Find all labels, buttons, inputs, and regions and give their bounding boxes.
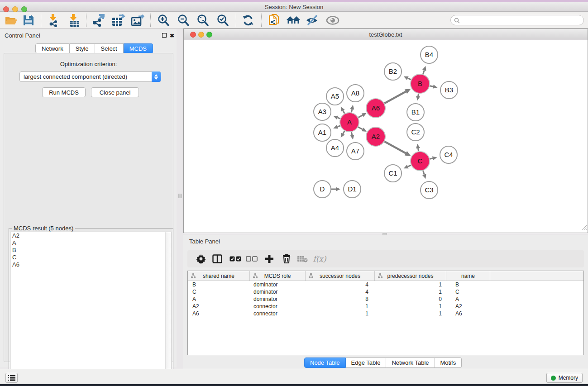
tab-network-table[interactable]: Network Table	[386, 357, 435, 368]
minimize-view-button[interactable]	[198, 32, 204, 38]
close-panel-button[interactable]: Close panel	[91, 87, 139, 97]
houses-icon[interactable]	[286, 13, 301, 28]
graph-node-B3[interactable]: B3	[440, 81, 458, 99]
table-row[interactable]: Cdominator41C	[188, 288, 583, 295]
graph-edge[interactable]	[384, 91, 406, 103]
graph-node-A5[interactable]: A5	[326, 88, 344, 105]
documents-network-icon[interactable]	[266, 13, 282, 28]
float-panel-icon[interactable]	[162, 33, 167, 39]
graph-edge[interactable]	[418, 94, 419, 96]
graph-edge[interactable]	[430, 158, 432, 159]
graph-node-A2[interactable]: A2	[366, 127, 385, 146]
deselect-all-icon[interactable]	[244, 252, 259, 266]
mcds-result-item[interactable]: A2	[10, 232, 172, 239]
column-header-name[interactable]: name	[446, 271, 490, 281]
tab-edge-table[interactable]: Edge Table	[346, 357, 387, 368]
graph-node-A[interactable]: A	[340, 113, 359, 132]
graph-edge[interactable]	[338, 118, 340, 119]
eye-icon[interactable]	[325, 13, 340, 28]
hide-eye-icon[interactable]	[305, 13, 320, 28]
scrollbar-track[interactable]	[165, 232, 172, 381]
close-panel-icon[interactable]: ✖	[170, 33, 174, 39]
graph-node-A8[interactable]: A8	[347, 85, 364, 102]
vertical-splitter-handle[interactable]	[178, 194, 182, 198]
graph-node-A1[interactable]: A1	[314, 124, 331, 141]
mcds-result-item[interactable]: A6	[10, 261, 172, 268]
graph-edge[interactable]	[408, 78, 411, 80]
network-canvas[interactable]: AA1A2A3A4A5A6A7A8BB1B2B3B4CC1C2C3C4DD1	[184, 40, 588, 233]
mcds-result-item[interactable]: B	[10, 247, 172, 254]
task-history-button[interactable]	[5, 373, 18, 383]
graph-edge[interactable]	[408, 165, 411, 167]
graph-edge[interactable]	[430, 86, 433, 87]
gear-icon[interactable]	[194, 252, 208, 266]
close-view-button[interactable]	[190, 32, 196, 38]
graph-edge[interactable]	[343, 110, 345, 113]
graph-node-D[interactable]: D	[314, 181, 331, 198]
export-table-icon[interactable]	[110, 13, 126, 28]
table-header-row[interactable]: shared nameMCDS rolesuccessor nodesprede…	[188, 271, 583, 281]
open-icon[interactable]	[4, 13, 19, 28]
graph-edge[interactable]	[423, 171, 425, 175]
import-network-icon[interactable]	[47, 13, 62, 28]
zoom-selected-icon[interactable]	[215, 13, 230, 28]
graph-edge[interactable]	[423, 70, 425, 74]
column-header-MCDS-role[interactable]: MCDS role	[250, 271, 306, 281]
search-input[interactable]	[450, 15, 584, 25]
zoom-out-icon[interactable]	[176, 13, 191, 28]
graph-edge[interactable]	[358, 127, 363, 129]
graph-node-D1[interactable]: D1	[344, 181, 361, 198]
mcds-result-item[interactable]: C	[10, 254, 172, 261]
network-graph[interactable]: AA1A2A3A4A5A6A7A8BB1B2B3B4CC1C2C3C4DD1	[184, 40, 588, 233]
graph-node-A7[interactable]: A7	[347, 143, 364, 160]
column-header-predecessor-nodes[interactable]: predecessor nodes	[375, 271, 446, 281]
zoom-fit-icon[interactable]	[195, 13, 210, 28]
graph-edge[interactable]	[358, 115, 362, 118]
network-window-titlebar[interactable]: testGlobe.txt	[184, 29, 588, 40]
graph-edge[interactable]	[384, 142, 406, 153]
tab-network[interactable]: Network	[35, 43, 70, 53]
run-mcds-button[interactable]: Run MCDS	[42, 87, 86, 97]
tab-style[interactable]: Style	[70, 43, 95, 53]
refresh-icon[interactable]	[240, 13, 256, 28]
table-row[interactable]: A6connector11A6	[188, 310, 583, 317]
graph-node-A3[interactable]: A3	[314, 103, 331, 120]
graph-node-B2[interactable]: B2	[384, 63, 402, 80]
tab-node-table[interactable]: Node Table	[304, 357, 346, 368]
export-image-icon[interactable]	[130, 13, 145, 28]
graph-node-B[interactable]: B	[411, 74, 430, 93]
graph-node-C1[interactable]: C1	[384, 165, 402, 182]
table-row[interactable]: Adominator80A	[188, 295, 583, 303]
resize-grip-icon[interactable]	[581, 224, 587, 232]
select-all-icon[interactable]	[228, 252, 243, 266]
graph-edge[interactable]	[351, 132, 352, 135]
graph-node-C3[interactable]: C3	[421, 181, 438, 199]
add-icon[interactable]	[262, 252, 277, 266]
mcds-result-list[interactable]: A2ABCA6	[10, 232, 172, 381]
graph-node-C4[interactable]: C4	[440, 146, 457, 163]
graph-edge[interactable]	[338, 126, 340, 127]
column-header-successor-nodes[interactable]: successor nodes	[306, 271, 375, 281]
column-view-icon[interactable]	[210, 252, 225, 266]
graph-node-A6[interactable]: A6	[366, 99, 385, 118]
tab-motifs[interactable]: Motifs	[435, 357, 462, 368]
memory-button[interactable]: Memory	[546, 373, 583, 383]
trash-icon[interactable]	[279, 252, 294, 266]
graph-edge[interactable]	[343, 131, 345, 133]
table-body[interactable]: Bdominator41BCdominator41CAdominator80AA…	[188, 281, 583, 317]
tab-select[interactable]: Select	[95, 43, 124, 53]
graph-node-C2[interactable]: C2	[407, 124, 424, 141]
export-network-icon[interactable]	[91, 13, 106, 28]
tab-mcds[interactable]: MCDS	[124, 43, 153, 53]
function-icon[interactable]: f(x)	[312, 252, 327, 266]
graph-node-C[interactable]: C	[411, 152, 430, 171]
import-table-icon[interactable]	[67, 13, 82, 28]
graph-edge[interactable]	[351, 109, 352, 112]
graph-edge[interactable]	[418, 148, 419, 152]
column-header-shared-name[interactable]: shared name	[188, 271, 250, 281]
graph-node-A4[interactable]: A4	[326, 139, 344, 157]
delete-table-icon[interactable]	[295, 252, 310, 266]
save-icon[interactable]	[21, 13, 36, 28]
criterion-select[interactable]: largest connected component (directed)	[19, 71, 161, 82]
table-row[interactable]: A2connector11A2	[188, 303, 583, 310]
